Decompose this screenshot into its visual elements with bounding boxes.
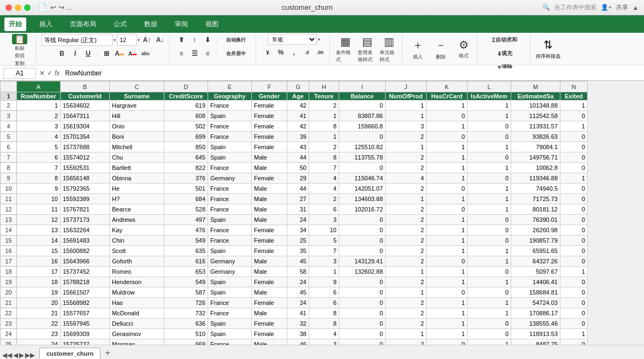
cell[interactable]: 1	[560, 101, 588, 111]
cell[interactable]: 2	[309, 101, 339, 111]
cell[interactable]: 7	[309, 246, 339, 256]
cell[interactable]: 14	[17, 236, 61, 246]
col-header-k[interactable]: K	[427, 81, 468, 92]
cell[interactable]: 159660.8	[339, 121, 386, 132]
cell[interactable]: 2	[386, 132, 427, 142]
cell[interactable]: 850	[164, 142, 208, 152]
cell[interactable]: Male	[252, 256, 287, 267]
bold-button[interactable]: B	[56, 48, 68, 60]
cell[interactable]: 1	[468, 111, 511, 121]
fill-btn[interactable]: ⬇ 填充	[483, 48, 527, 60]
cell[interactable]: Female	[252, 173, 287, 184]
cell[interactable]: 0	[339, 225, 386, 236]
cell[interactable]: 0	[468, 215, 511, 225]
cell[interactable]: Spain	[208, 152, 252, 163]
cell[interactable]: 2	[386, 215, 427, 225]
cell[interactable]: 101348.88	[511, 101, 560, 111]
cell[interactable]: 15574012	[61, 152, 110, 163]
cell[interactable]: 1	[386, 101, 427, 111]
cell[interactable]: 125510.82	[339, 142, 386, 152]
cell[interactable]: Chu	[110, 152, 164, 163]
comma-btn[interactable]: ,	[288, 46, 300, 58]
cell[interactable]: 635	[164, 246, 208, 256]
cell[interactable]: 3	[309, 256, 339, 267]
cell[interactable]: Bartlett	[110, 163, 164, 173]
cell[interactable]: 0	[560, 194, 588, 204]
col-header-f[interactable]: F	[252, 81, 287, 92]
cell[interactable]: 1	[309, 267, 339, 277]
cell[interactable]: 29	[287, 173, 309, 184]
cell[interactable]: 21	[17, 308, 61, 319]
cell[interactable]: 15691483	[61, 236, 110, 246]
cell[interactable]: Germany	[208, 256, 252, 267]
cell[interactable]: 54724.03	[511, 298, 560, 308]
abc-btn[interactable]: abc	[140, 48, 152, 60]
cell[interactable]: 2	[386, 298, 427, 308]
cell[interactable]: Female	[252, 246, 287, 256]
cell[interactable]: 15577657	[61, 308, 110, 319]
tab-insert[interactable]: 插入	[35, 17, 57, 31]
cell[interactable]: 18	[17, 277, 61, 287]
cell[interactable]: Scott	[110, 246, 164, 256]
cell[interactable]: 190857.79	[511, 236, 560, 246]
col-header-g[interactable]: G	[287, 81, 309, 92]
col-header-j[interactable]: J	[386, 81, 427, 92]
cell[interactable]: 0	[560, 236, 588, 246]
cell[interactable]: Andrews	[110, 215, 164, 225]
cell[interactable]: 83807.86	[339, 111, 386, 121]
cell[interactable]: Male	[252, 152, 287, 163]
cell[interactable]: 501	[164, 184, 208, 194]
copy-button[interactable]: 复制	[15, 60, 25, 67]
cell[interactable]: Boni	[110, 132, 164, 142]
cell[interactable]: 142051.07	[339, 184, 386, 194]
cell[interactable]: 1	[17, 101, 61, 111]
cell[interactable]: 0	[427, 132, 468, 142]
cell[interactable]: Male	[252, 267, 287, 277]
cell[interactable]: 2	[386, 236, 427, 246]
cell[interactable]: 34	[287, 225, 309, 236]
tab-review[interactable]: 审阅	[170, 17, 192, 31]
cell[interactable]: 27	[287, 194, 309, 204]
tab-page-layout[interactable]: 页面布局	[66, 17, 101, 31]
cell[interactable]: 23	[17, 329, 61, 339]
cell[interactable]: 3	[17, 121, 61, 132]
cell[interactable]: 497	[164, 215, 208, 225]
cell[interactable]: 1	[560, 329, 588, 339]
cell[interactable]: 0	[468, 236, 511, 246]
cell[interactable]: 0	[560, 184, 588, 194]
cell-styles-btn[interactable]: ▤ 套用表格样式	[357, 38, 377, 61]
cell[interactable]: 0	[560, 152, 588, 163]
cell[interactable]: 0	[560, 287, 588, 298]
cell[interactable]: 9	[309, 277, 339, 287]
cell[interactable]: 1	[468, 339, 511, 345]
col-header-m[interactable]: M	[511, 81, 560, 92]
cell[interactable]: 1	[468, 163, 511, 173]
cell[interactable]: He	[110, 184, 164, 194]
cell[interactable]: Muldrow	[110, 287, 164, 298]
cell[interactable]: 1	[427, 121, 468, 132]
cell[interactable]: 76390.01	[511, 215, 560, 225]
cell[interactable]: 645	[164, 152, 208, 163]
cell[interactable]: 15597945	[61, 319, 110, 329]
tab-formula[interactable]: 公式	[109, 17, 131, 31]
th-rownumber[interactable]: RowNumber	[17, 92, 61, 101]
cell[interactable]: 32	[287, 319, 309, 329]
cell[interactable]: 45	[287, 287, 309, 298]
font-size-input[interactable]	[117, 34, 137, 46]
cell[interactable]: France	[208, 204, 252, 215]
cell[interactable]: 138555.46	[511, 319, 560, 329]
cell[interactable]: 43	[287, 142, 309, 152]
cell[interactable]: 2	[386, 204, 427, 215]
cell[interactable]: 1	[427, 246, 468, 256]
cell[interactable]: Female	[252, 111, 287, 121]
cell[interactable]: France	[208, 121, 252, 132]
number-format-select[interactable]: 常规 数字 货币 百分比	[268, 34, 317, 45]
cell[interactable]: 15632264	[61, 225, 110, 236]
cell[interactable]: 549	[164, 236, 208, 246]
cell[interactable]: 587	[164, 287, 208, 298]
cell[interactable]: 15568982	[61, 298, 110, 308]
cell[interactable]: 41	[287, 111, 309, 121]
cell[interactable]: 4	[386, 173, 427, 184]
cell[interactable]: 1	[427, 142, 468, 152]
cell[interactable]: 1	[468, 142, 511, 152]
